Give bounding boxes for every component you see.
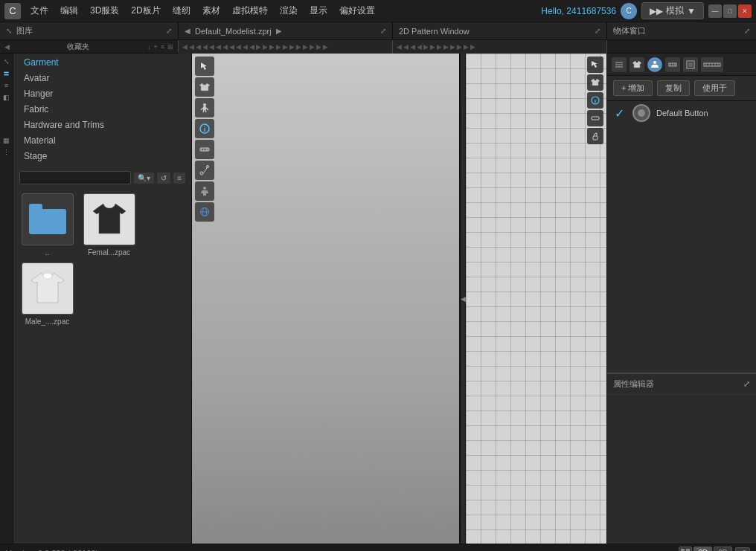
- svg-text:i: i: [204, 126, 206, 133]
- svg-line-2: [259, 425, 326, 544]
- collapse-arrow-icon: ◀: [461, 295, 466, 303]
- library-expand-right[interactable]: ⤢: [166, 27, 172, 35]
- default-button-label: Default Button: [656, 109, 708, 117]
- sidebar-icon-2[interactable]: 〓: [1, 68, 12, 79]
- list-item[interactable]: Femal...zpac: [81, 193, 137, 257]
- sidebar-icon-1[interactable]: ⤡: [1, 57, 12, 67]
- tree-item-hanger[interactable]: Hanger: [19, 86, 185, 101]
- use-button[interactable]: 使用于: [694, 80, 735, 96]
- obj-ruler-icon[interactable]: [701, 57, 723, 72]
- tree-item-stage[interactable]: Stage: [19, 149, 185, 164]
- lib-listview-icon[interactable]: ≡: [161, 43, 164, 51]
- minimize-button[interactable]: —: [708, 4, 722, 18]
- tool-garment[interactable]: [195, 77, 214, 97]
- tree-item-hardware[interactable]: Hardware and Trims: [19, 117, 185, 132]
- refresh-button[interactable]: ↺: [157, 173, 170, 184]
- lib-gridview-icon[interactable]: ⊞: [167, 43, 173, 51]
- menu-display[interactable]: 显示: [304, 2, 333, 19]
- pt-info[interactable]: i: [587, 92, 603, 109]
- pt-select[interactable]: [587, 57, 603, 73]
- version-text: Version: 6.0.328 (r32100): [6, 549, 98, 552]
- library-panel-header: ⤡ 图库 ⤢: [0, 22, 179, 39]
- sidebar-icon-4[interactable]: ◧: [1, 92, 12, 103]
- ruler-object: [607, 40, 756, 53]
- svg-line-16: [205, 110, 206, 112]
- view-split-button[interactable]: [679, 547, 692, 552]
- tool-select[interactable]: [195, 57, 214, 76]
- menu-render[interactable]: 渲染: [275, 2, 303, 19]
- pattern-2d-expand[interactable]: ⤢: [595, 27, 600, 35]
- close-button[interactable]: ✕: [738, 4, 752, 18]
- svg-rect-32: [592, 117, 599, 120]
- attribute-expand-icon[interactable]: ⤢: [743, 379, 750, 389]
- lib-add-icon[interactable]: +: [153, 43, 157, 51]
- search-input[interactable]: [19, 171, 131, 184]
- status-refresh-button[interactable]: ↺: [735, 547, 750, 551]
- mode-button[interactable]: ▶▶ 模拟 ▼: [641, 2, 704, 19]
- menu-sewing[interactable]: 缝纫: [167, 2, 196, 19]
- pt-cut[interactable]: [587, 110, 603, 126]
- obj-texture-icon[interactable]: [683, 57, 698, 72]
- svg-line-3: [326, 425, 393, 544]
- svg-rect-12: [203, 106, 206, 110]
- svg-rect-43: [688, 62, 693, 67]
- menu-preferences[interactable]: 偏好设置: [334, 2, 380, 19]
- list-item[interactable]: ..: [19, 193, 75, 257]
- sidebar-icon-5[interactable]: ▦: [1, 135, 12, 146]
- add-button[interactable]: + 增加: [613, 80, 653, 96]
- svg-point-24: [200, 172, 203, 175]
- library-panel-title: 图库: [16, 25, 33, 36]
- tree-item-material[interactable]: Material: [19, 133, 185, 148]
- tree-item-avatar[interactable]: Avatar: [19, 71, 185, 86]
- viewport-3d: i: [192, 54, 460, 544]
- menu-virtual-model[interactable]: 虚拟模特: [227, 2, 273, 19]
- attribute-editor-content: [607, 395, 756, 544]
- svg-line-4: [326, 425, 460, 544]
- tool-sewing[interactable]: [195, 161, 214, 180]
- pattern-3d-nav-left[interactable]: ◀: [185, 27, 190, 35]
- copy-button[interactable]: 复制: [657, 80, 690, 96]
- sidebar-icon-3[interactable]: ≡: [1, 80, 12, 91]
- menu-material[interactable]: 素材: [197, 2, 225, 19]
- library-path: 收藏夹: [13, 42, 144, 52]
- pattern-3d-expand[interactable]: ⤢: [380, 27, 386, 35]
- garment-female-label: Femal...zpac: [88, 248, 130, 257]
- tool-mannequin[interactable]: [195, 98, 214, 117]
- obj-avatar-icon[interactable]: [647, 57, 662, 72]
- obj-list-icon[interactable]: [612, 57, 627, 72]
- library-panel: Garment Avatar Hanger Fabric Hardware an…: [13, 54, 192, 544]
- menu-2d-pattern[interactable]: 2D板片: [126, 2, 165, 19]
- tool-avatar[interactable]: [195, 181, 214, 201]
- library-expand-left[interactable]: ⤡: [6, 27, 12, 35]
- tool-globe[interactable]: [195, 202, 214, 222]
- object-panel-header: 物体窗口 ⤢: [607, 22, 756, 39]
- search-button[interactable]: 🔍▾: [134, 173, 154, 184]
- pattern-3d-header: ◀ Default_Modelist.zprj ▶ ⤢: [179, 22, 393, 39]
- obj-garment-icon[interactable]: [630, 57, 644, 72]
- tree-item-garment[interactable]: Garment: [19, 55, 185, 70]
- tool-measure[interactable]: [195, 140, 214, 159]
- menu-3d-garment[interactable]: 3D服装: [85, 2, 124, 19]
- list-toggle-button[interactable]: ≡: [173, 173, 185, 184]
- maximize-button[interactable]: □: [723, 4, 737, 18]
- list-item[interactable]: Male_....zpac: [19, 262, 75, 326]
- sidebar-icon-6[interactable]: ⋮: [1, 147, 12, 158]
- garment-male-label: Male_....zpac: [25, 318, 69, 326]
- pattern-3d-nav-right[interactable]: ▶: [276, 27, 282, 35]
- lib-download-icon[interactable]: ↓: [147, 43, 151, 51]
- pt-garment[interactable]: [587, 74, 603, 91]
- svg-text:i: i: [595, 99, 596, 104]
- obj-measure-icon[interactable]: [665, 57, 680, 72]
- object-panel-expand[interactable]: ⤢: [744, 27, 750, 35]
- tree-item-fabric[interactable]: Fabric: [19, 102, 185, 117]
- menu-edit[interactable]: 编辑: [55, 2, 83, 19]
- view-3d-button[interactable]: 3D: [693, 547, 712, 552]
- tool-info[interactable]: i: [195, 119, 214, 138]
- view-2d-button[interactable]: 2D: [714, 547, 732, 552]
- panel-collapse-divider[interactable]: ◀: [460, 54, 466, 544]
- nav-back-icon[interactable]: ◀: [4, 43, 10, 51]
- pattern-2d-header: 2D Pattern Window ⤢: [393, 22, 607, 39]
- pt-lock[interactable]: [587, 128, 603, 144]
- pattern-3d-title: Default_Modelist.zprj: [195, 27, 272, 36]
- menu-file[interactable]: 文件: [25, 2, 54, 19]
